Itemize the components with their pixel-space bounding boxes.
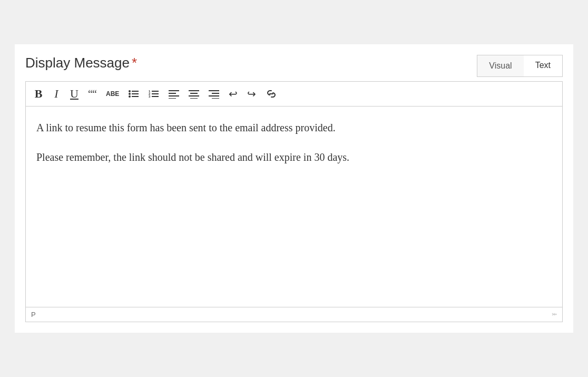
editor-content[interactable]: A link to resume this form has been sent… — [26, 107, 562, 307]
align-center-icon — [189, 89, 199, 99]
editor-footer: P ⤔ — [26, 307, 562, 322]
list-ul-button[interactable] — [126, 88, 141, 100]
italic-button[interactable]: I — [50, 86, 63, 102]
editor-tag: P — [31, 311, 36, 318]
link-button[interactable] — [263, 88, 279, 100]
field-header: Display Message* Visual Text — [25, 55, 563, 77]
list-ol-icon: 1 2 3 — [149, 89, 159, 99]
svg-point-0 — [129, 90, 131, 92]
resize-handle[interactable]: ⤔ — [552, 311, 557, 318]
toolbar: B I U ““ ABE — [26, 82, 562, 107]
svg-rect-22 — [209, 95, 219, 96]
align-center-button[interactable] — [187, 88, 201, 100]
required-star: * — [132, 55, 137, 71]
svg-point-2 — [129, 93, 131, 95]
field-label-group: Display Message* — [25, 55, 137, 71]
align-right-icon — [209, 89, 219, 99]
align-left-button[interactable] — [166, 88, 181, 100]
list-ul-icon — [129, 89, 139, 99]
content-paragraph-1: A link to resume this form has been sent… — [36, 119, 552, 136]
tab-visual[interactable]: Visual — [477, 55, 523, 76]
undo-button[interactable]: ↩ — [227, 86, 240, 101]
svg-rect-1 — [132, 91, 139, 92]
svg-rect-16 — [189, 90, 199, 91]
svg-rect-11 — [152, 96, 159, 97]
underline-button[interactable]: U — [68, 86, 81, 102]
svg-rect-17 — [190, 93, 198, 94]
tab-group: Visual Text — [477, 55, 563, 77]
svg-rect-19 — [190, 98, 198, 99]
svg-rect-12 — [169, 90, 179, 91]
field-label: Display Message — [25, 55, 130, 71]
link-icon — [266, 89, 277, 99]
editor-wrapper: B I U ““ ABE — [25, 81, 563, 322]
tab-text[interactable]: Text — [524, 55, 562, 76]
blockquote-button[interactable]: ““ — [86, 87, 99, 101]
bold-button[interactable]: B — [32, 86, 45, 102]
main-container: Display Message* Visual Text B I U ““ AB… — [15, 44, 573, 333]
svg-rect-5 — [132, 96, 139, 97]
svg-point-4 — [129, 95, 131, 98]
svg-rect-15 — [169, 98, 176, 99]
svg-text:3: 3 — [149, 95, 151, 98]
svg-rect-13 — [169, 93, 176, 94]
svg-rect-21 — [212, 93, 219, 94]
svg-rect-3 — [132, 93, 139, 94]
list-ol-button[interactable]: 1 2 3 — [146, 88, 161, 100]
svg-rect-7 — [152, 91, 159, 92]
redo-button[interactable]: ↪ — [245, 86, 258, 101]
content-paragraph-2: Please remember, the link should not be … — [36, 149, 552, 166]
svg-rect-9 — [152, 93, 159, 94]
align-left-icon — [169, 89, 179, 99]
svg-rect-18 — [189, 95, 199, 96]
svg-rect-14 — [169, 95, 179, 96]
align-right-button[interactable] — [207, 88, 221, 100]
svg-rect-20 — [209, 90, 219, 91]
strikethrough-button[interactable]: ABE — [104, 89, 121, 99]
svg-rect-23 — [212, 98, 219, 99]
